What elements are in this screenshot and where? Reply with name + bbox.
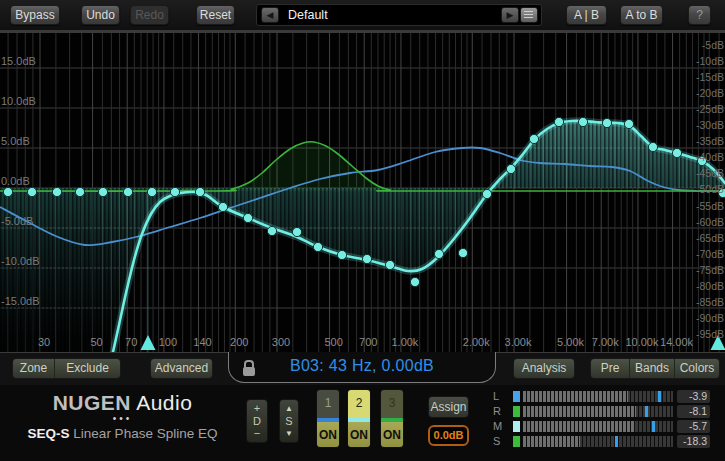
eq-node[interactable]: [170, 187, 179, 196]
assign-value-field[interactable]: 0.0dB: [428, 425, 469, 446]
colors-button[interactable]: Colors: [675, 359, 719, 378]
meter-value: -8.1: [677, 405, 710, 418]
axis-label: -75dB: [696, 264, 724, 276]
analysis-button[interactable]: Analysis: [513, 358, 575, 379]
spline-nudge-button[interactable]: ▲ S ▼: [279, 399, 299, 443]
help-button[interactable]: ?: [688, 5, 711, 25]
eq-node[interactable]: [672, 148, 681, 157]
axis-label: -25dB: [696, 103, 724, 115]
bands-button[interactable]: Bands: [630, 359, 675, 378]
eq-node[interactable]: [385, 260, 394, 269]
axis-label: -90dB: [696, 312, 724, 324]
channel-color-swatch: [513, 421, 520, 432]
eq-node[interactable]: [3, 187, 12, 196]
eq-node[interactable]: [147, 187, 156, 196]
axis-label: -85dB: [696, 296, 724, 308]
band-2-on-toggle[interactable]: ON: [348, 422, 370, 448]
band-1-on-toggle[interactable]: ON: [317, 422, 339, 448]
advanced-button[interactable]: Advanced: [150, 358, 213, 379]
eq-node[interactable]: [410, 277, 419, 286]
brand-logo: NUGEN Audio ••• SEQ-S Linear Phase Splin…: [25, 391, 220, 441]
undo-button[interactable]: Undo: [81, 5, 120, 25]
axis-label: 14.00k: [660, 336, 694, 348]
axis-label: 50: [90, 336, 102, 348]
axis-label: -45dB: [696, 167, 724, 179]
axis-label: 200: [230, 336, 248, 348]
axis-label: 2.00k: [463, 336, 490, 348]
exclude-button[interactable]: Exclude: [55, 359, 120, 378]
axis-label: 5.00k: [557, 336, 584, 348]
axis-label: 30: [38, 336, 50, 348]
eq-node[interactable]: [313, 242, 322, 251]
eq-node[interactable]: [482, 189, 491, 198]
eq-node[interactable]: [362, 254, 371, 263]
bypass-button[interactable]: Bypass: [10, 5, 60, 25]
meter-channel-label: R: [493, 406, 501, 417]
axis-label: -35dB: [696, 135, 724, 147]
axis-label: 15.0dB: [1, 55, 36, 67]
product-name: SEQ-S: [28, 426, 70, 441]
axis-label: 140: [193, 336, 211, 348]
brand-dots: •••: [25, 415, 220, 423]
eq-node[interactable]: [458, 248, 467, 257]
brand-nugen: NUGEN: [53, 391, 131, 414]
axis-label: 300: [272, 336, 290, 348]
preset-prev-icon[interactable]: ◀: [261, 7, 279, 23]
eq-node[interactable]: [602, 118, 611, 127]
preset-name: Default: [288, 8, 328, 22]
eq-node[interactable]: [624, 119, 633, 128]
up-arrow-icon: ▲: [285, 403, 293, 414]
list-icon: [524, 11, 533, 20]
eq-node[interactable]: [123, 187, 132, 196]
reset-button[interactable]: Reset: [196, 5, 235, 25]
eq-node[interactable]: [267, 226, 276, 235]
a-to-b-button[interactable]: A to B: [620, 5, 663, 25]
band-3-button[interactable]: 3 ON: [380, 389, 404, 448]
footer-panel: NUGEN Audio ••• SEQ-S Linear Phase Splin…: [0, 385, 725, 461]
preset-field[interactable]: ◀ Default ▶: [256, 4, 542, 26]
redo-button[interactable]: Redo: [130, 5, 169, 25]
level-meter: [523, 391, 673, 402]
eq-node[interactable]: [578, 117, 587, 126]
eq-node[interactable]: [529, 134, 538, 143]
eq-node[interactable]: [218, 202, 227, 211]
meter-channel-label: S: [493, 436, 500, 447]
axis-label: -80dB: [696, 280, 724, 292]
down-arrow-icon: ▼: [285, 428, 293, 439]
axis-label: -95dB: [696, 328, 724, 340]
eq-node[interactable]: [27, 187, 36, 196]
eq-node[interactable]: [292, 227, 301, 236]
band-3-on-toggle[interactable]: ON: [381, 422, 403, 448]
eq-node[interactable]: [75, 187, 84, 196]
eq-node[interactable]: [98, 187, 107, 196]
eq-node[interactable]: [52, 187, 61, 196]
eq-node[interactable]: [243, 213, 252, 222]
channel-color-swatch: [513, 436, 520, 447]
toolbar: Bypass Undo Redo Reset ◀ Default ▶ A | B…: [0, 0, 725, 30]
delete-node-button[interactable]: + D −: [246, 399, 268, 443]
zone-exclude-group: Zone Exclude: [12, 358, 121, 379]
readout-tab: B03: 43 Hz, 0.00dB: [228, 352, 496, 383]
band-1-button[interactable]: 1 ON: [316, 389, 340, 448]
preset-next-icon[interactable]: ▶: [501, 7, 519, 23]
eq-node[interactable]: [337, 250, 346, 259]
eq-node[interactable]: [506, 164, 515, 173]
eq-node[interactable]: [554, 117, 563, 126]
eq-node[interactable]: [195, 187, 204, 196]
eq-node[interactable]: [648, 142, 657, 151]
band-2-button[interactable]: 2 ON: [347, 389, 371, 448]
zone-button[interactable]: Zone: [13, 359, 55, 378]
ab-compare-button[interactable]: A | B: [566, 5, 607, 25]
eq-node[interactable]: [434, 249, 443, 258]
axis-label: -60dB: [696, 216, 724, 228]
assign-button[interactable]: Assign: [428, 396, 469, 418]
axis-label: -70dB: [696, 248, 724, 260]
control-bar: Zone Exclude Advanced B03: 43 Hz, 0.00dB…: [0, 352, 725, 385]
axis-label: 7.00k: [592, 336, 619, 348]
preset-menu-icon[interactable]: [520, 7, 538, 23]
pre-button[interactable]: Pre: [591, 359, 630, 378]
minus-icon: −: [254, 428, 260, 439]
axis-label: -10.0dB: [1, 255, 40, 267]
eq-graph[interactable]: 15.0dB10.0dB5.0dB0.0dB-5.0dB-10.0dB-15.0…: [0, 30, 725, 352]
axis-label: 100: [159, 336, 177, 348]
